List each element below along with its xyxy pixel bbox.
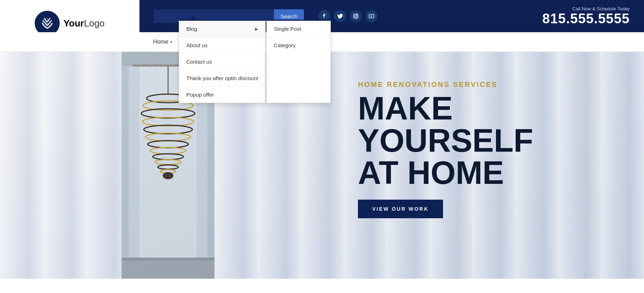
page-wrapper: YourLogo Search Call Now & Schedule Toda… [0,0,644,279]
svg-point-5 [355,15,357,17]
svg-rect-35 [122,259,215,279]
dropdown-item-popup[interactable]: Popup offer [179,87,265,103]
twitter-icon[interactable] [334,10,346,22]
dropdown-arrow-indicator [190,16,197,20]
youtube-icon[interactable] [365,10,378,22]
dropdown-item-category[interactable]: Category [267,37,330,53]
hero-title: Make Yourself At Home [358,92,608,189]
dropdown-item-contact[interactable]: Contact us [179,54,265,70]
dropdown-item-single-post[interactable]: Single Post [267,21,330,37]
pages-dropdown: Blog ▶ About us Contact us Thank you aft… [179,20,331,103]
nav-home[interactable]: Home ▾ [147,32,179,52]
svg-point-27 [163,172,173,179]
svg-rect-36 [122,258,215,260]
hero-content: Home Renovations Services Make Yourself … [358,80,608,218]
phone-area: Call Now & Schedule Today 815.555.5555 [542,6,630,26]
call-label: Call Now & Schedule Today [542,6,630,11]
logo-text: YourLogo [63,18,104,29]
home-chevron-icon: ▾ [170,40,172,44]
svg-rect-11 [129,52,139,279]
instagram-icon[interactable] [350,10,362,22]
pages-dropdown-right: Single Post Category [266,20,331,103]
svg-marker-8 [371,15,373,17]
dropdown-item-thankyou[interactable]: Thank you after optin discount [179,70,265,87]
dropdown-item-about[interactable]: About us [179,37,265,54]
svg-point-6 [357,15,358,15]
hero-subtitle: Home Renovations Services [358,80,608,89]
phone-number: 815.555.5555 [542,11,630,26]
blog-sub-arrow-icon: ▶ [255,26,258,31]
pages-dropdown-left: Blog ▶ About us Contact us Thank you aft… [179,20,266,103]
dropdown-item-blog[interactable]: Blog ▶ [179,21,265,37]
hero-cta-button[interactable]: View Our Work [358,200,443,218]
